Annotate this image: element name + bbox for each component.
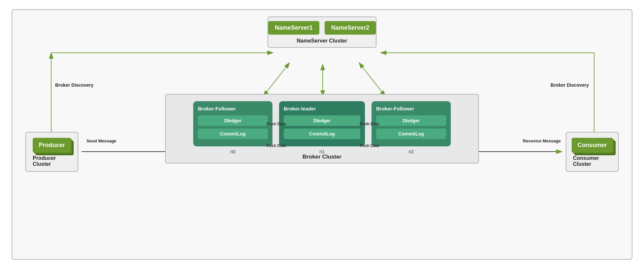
- broker-n2-title: Broker-Follower: [376, 106, 446, 111]
- broker-n1-commitlog: CommitLog: [284, 129, 360, 139]
- nameserver2-box: NameServer2: [325, 21, 376, 35]
- broker-node-n2: Broker-Follower Dledger CommitLog n2: [372, 101, 451, 146]
- producer-cluster: Producer Producer Cluster: [25, 132, 78, 172]
- push-data-n1-n0-commitlog: Push Data: [267, 143, 286, 148]
- broker-cluster-label: Broker Cluster: [303, 154, 341, 160]
- consumer-cluster-label: Consumer Cluster: [573, 155, 611, 167]
- broker-node-n1: Broker-leader Dledger CommitLog n1: [279, 101, 365, 146]
- push-data-n1-n2-dledger: Push Data: [360, 122, 379, 126]
- consumer-cluster: Consumer Consumer Cluster: [566, 132, 619, 172]
- send-message-label: Send Message: [87, 138, 116, 143]
- broker-discovery-right-label: Broker Discovery: [551, 82, 589, 88]
- broker-n0-dledger: Dledger: [198, 115, 268, 126]
- broker-n2-dledger: Dledger: [376, 115, 446, 126]
- producer-cluster-label: Producer Cluster: [33, 155, 71, 167]
- broker-node-n0: Broker-Follower Dledger CommitLog n0: [193, 101, 272, 146]
- receive-message-label: Recevice Message: [523, 138, 561, 143]
- push-data-n1-n0-dledger: Push Data: [267, 122, 286, 126]
- consumer-box: Consumer: [572, 138, 613, 153]
- broker-n1-dledger: Dledger: [284, 115, 360, 126]
- diagram-container: NameServer1 NameServer2 NameServer Clust…: [12, 9, 632, 260]
- nameserver-cluster: NameServer1 NameServer2 NameServer Clust…: [268, 16, 376, 48]
- broker-n2-id: n2: [409, 149, 414, 154]
- broker-n0-title: Broker-Follower: [198, 106, 268, 111]
- nameserver1-box: NameServer1: [268, 21, 319, 35]
- push-data-n1-n2-commitlog: Push Data: [360, 143, 379, 148]
- svg-line-13: [359, 63, 385, 96]
- broker-n0-id: n0: [230, 149, 235, 154]
- broker-discovery-left-label: Broker Discovery: [55, 82, 93, 88]
- nameserver-cluster-label: NameServer Cluster: [297, 38, 347, 44]
- broker-n0-commitlog: CommitLog: [198, 129, 268, 139]
- broker-n2-commitlog: CommitLog: [376, 129, 446, 139]
- producer-box: Producer: [33, 138, 71, 153]
- svg-line-11: [263, 63, 290, 96]
- broker-n1-title: Broker-leader: [284, 106, 360, 111]
- broker-cluster: Broker-Follower Dledger CommitLog n0 Bro…: [165, 94, 479, 164]
